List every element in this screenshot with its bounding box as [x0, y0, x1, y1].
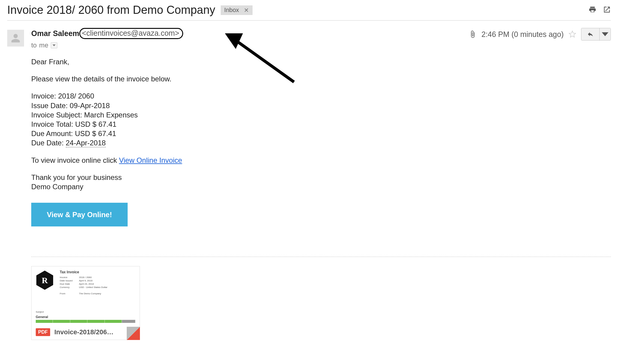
recipient-to-prefix: to: [31, 41, 37, 49]
invoice-subject-line: Invoice Subject: March Expenses: [31, 110, 599, 120]
view-pay-online-button[interactable]: View & Pay Online!: [31, 203, 128, 226]
label-chip-text: Inbox: [224, 7, 239, 14]
body-company: Demo Company: [31, 182, 599, 191]
sender-email: <clientinvoices@avaza.com>: [79, 28, 183, 39]
pdf-badge-icon: PDF: [36, 328, 50, 336]
label-chip-inbox[interactable]: Inbox ✕: [221, 5, 253, 15]
company-logo-icon: R: [36, 270, 54, 290]
body-thanks: Thank you for your business: [31, 173, 599, 182]
preview-title: Tax Invoice: [60, 270, 108, 274]
open-new-window-icon[interactable]: [603, 6, 611, 15]
more-actions-button[interactable]: [600, 28, 610, 40]
due-date-line: Due Date: 24-Apr-2018: [31, 138, 599, 147]
view-online-invoice-link[interactable]: View Online Invoice: [119, 156, 182, 164]
email-body: Dear Frank, Please view the details of t…: [31, 49, 599, 226]
fold-corner-icon: [127, 327, 140, 340]
attachment-icon[interactable]: [469, 30, 477, 38]
preview-subject-label: Subject: [36, 311, 135, 313]
body-intro: Please view the details of the invoice b…: [31, 74, 599, 83]
sender-avatar: [7, 30, 24, 47]
body-greeting: Dear Frank,: [31, 57, 599, 66]
attachment-filename: Invoice-2018/206…: [54, 328, 114, 336]
issue-date-line: Issue Date: 09-Apr-2018: [31, 101, 599, 110]
attachment-card[interactable]: R Tax Invoice Invoice2018 / 2060 Date Is…: [31, 266, 140, 340]
show-details-button[interactable]: [51, 42, 57, 48]
reply-button[interactable]: [581, 28, 600, 40]
attachment-preview: R Tax Invoice Invoice2018 / 2060 Date Is…: [32, 266, 140, 325]
sender-name: Omar Saleem: [31, 29, 79, 38]
email-subject-row: Invoice 2018/ 2060 from Demo Company Inb…: [7, 4, 611, 21]
star-icon[interactable]: [568, 30, 576, 38]
print-icon[interactable]: [589, 6, 596, 15]
attachment-separator: [31, 256, 611, 257]
svg-text:R: R: [42, 276, 48, 285]
invoice-number-line: Invoice: 2018/ 2060: [31, 91, 599, 101]
email-timestamp: 2:46 PM (0 minutes ago): [481, 30, 564, 39]
view-online-line: To view invoice online click View Online…: [31, 156, 599, 165]
annotation-arrow: [222, 31, 297, 91]
recipient-to-target: me: [39, 41, 48, 49]
due-amount-line: Due Amount: USD $ 67.41: [31, 129, 599, 138]
preview-section: General: [36, 315, 135, 319]
remove-label-icon[interactable]: ✕: [242, 7, 251, 14]
invoice-total-line: Invoice Total: USD $ 67.41: [31, 120, 599, 129]
email-subject: Invoice 2018/ 2060 from Demo Company: [7, 4, 215, 17]
